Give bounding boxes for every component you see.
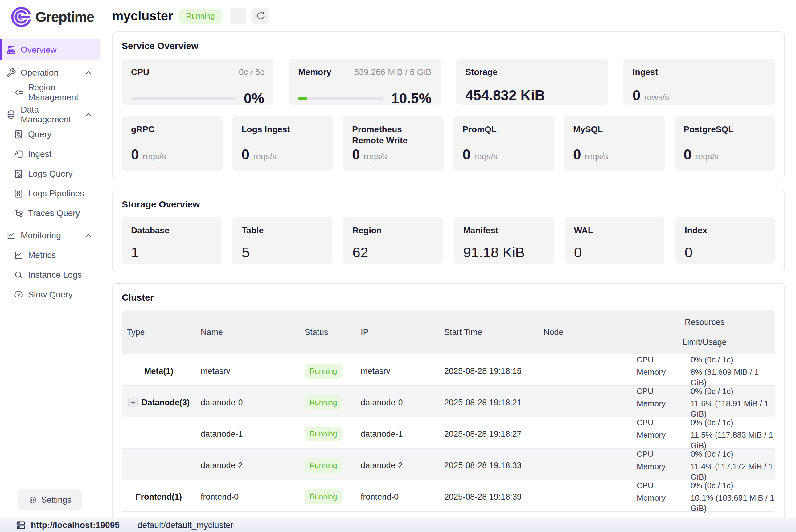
protocol-rate-cards: gRPC 0 reqs/s Logs Ingest 0 reqs/s Prome… [122,116,775,171]
row-resources: CPU 0% (0c / 1c) Memory 11.6% (118.91 Mi… [634,386,775,419]
endpoint-url: http://localhost:19095 [31,520,120,530]
row-ip: frontend-0 [356,492,439,502]
gauge-icon [14,290,23,300]
sidebar-item-query[interactable]: Query [0,125,99,144]
ingest-unit: rows/s [644,93,669,102]
storage-stat-cards: Database 1 Table 5 Region 62 Manifest 91… [122,217,775,264]
rate-value: 0 [131,146,139,163]
stat-label: Table [242,226,264,235]
logs-ingest-card: Logs Ingest 0 reqs/s [232,116,333,171]
rate-label: gRPC [131,124,213,135]
row-name: metasrv [196,366,300,376]
sidebar-item-logs-pipelines[interactable]: Logs Pipelines [0,184,99,204]
sidebar-item-label: Overview [21,45,57,55]
row-name: frontend-0 [196,492,300,502]
sidebar-item-region-management[interactable]: Region Management [0,82,99,102]
col-type: Type [122,328,196,337]
chevron-up-icon[interactable] [84,69,93,77]
sidebar-group-operation[interactable]: Operation [0,63,99,82]
refresh-button[interactable] [252,8,269,24]
memory-usage: 11.4% (117.172 MiB / 1 GiB) [690,461,775,482]
sidebar-item-traces-query[interactable]: Traces Query [0,204,99,223]
rate-value: 0 [242,146,250,163]
sidebar-item-metrics[interactable]: Metrics [0,245,99,265]
stat-value: 0 [574,244,655,261]
sidebar-group-label: Monitoring [21,231,61,241]
settings-button[interactable]: Settings [18,490,82,510]
row-resources: CPU 0% (0c / 1c) Memory 8% (81.609 MiB /… [634,355,775,388]
rate-label: MySQL [573,124,656,135]
chevron-up-icon[interactable] [84,231,93,240]
database-icon [6,110,16,119]
page-title: mycluster [112,8,173,23]
sidebar-item-slow-query[interactable]: Slow Query [0,285,99,305]
sidebar-item-instance-logs[interactable]: Instance Logs [0,265,99,285]
panel-title: Service Overview [122,40,775,52]
memory-label: Memory [637,367,690,388]
search-icon [14,270,23,280]
row-start-time: 2025-08-28 19:18:39 [439,492,538,502]
greptime-logo-icon [11,7,32,27]
memory-label: Memory [637,461,690,482]
row-start-time: 2025-08-28 19:18:21 [439,398,538,407]
row-start-time: 2025-08-28 19:18:15 [439,366,538,376]
cpu-label: CPU [131,66,149,78]
postgresql-card: PostgreSQL 0 reqs/s [675,116,775,171]
rate-unit: reqs/s [143,152,166,162]
sidebar-item-ingest[interactable]: Ingest [0,144,99,164]
status-badge: Running [305,426,342,441]
stat-value: 5 [242,244,323,261]
memory-card: Memory 539.266 MiB / 5 GiB 10.5% [289,59,440,105]
cpu-progress-bar [131,97,236,100]
row-ip: datanode-2 [356,461,439,470]
cluster-table: Type Name Status IP Start Time Node Reso… [122,310,775,512]
col-ip: IP [356,328,439,337]
current-database: default/default_mycluster [137,520,233,530]
blank-icon-button[interactable] [230,8,246,24]
storage-value: 454.832 KiB [466,87,599,103]
cpu-label: CPU [637,386,690,396]
row-start-time: 2025-08-28 19:18:27 [439,429,538,439]
row-resources: CPU 0% (0c / 1c) Memory 11.4% (117.172 M… [634,449,775,482]
status-badge: Running [305,490,342,504]
wrench-icon [6,68,16,78]
panel-title: Storage Overview [122,198,775,210]
cpu-usage: 0% (0c / 1c) [690,449,775,459]
ingest-value: 0 [632,87,641,103]
sidebar-item-label: Slow Query [28,290,73,300]
rate-value: 0 [352,146,360,163]
col-node: Node [538,328,634,337]
sidebar-item-label: Logs Pipelines [28,189,84,198]
cpu-usage: 0% (0c / 1c) [690,417,775,428]
ingest-card: Ingest 0 rows/s [623,59,775,105]
promql-card: PromQL 0 reqs/s [454,116,554,171]
row-name: datanode-0 [196,398,300,407]
tree-icon [14,208,23,218]
storage-label: Storage [466,67,497,77]
sidebar-item-overview[interactable]: Overview [0,39,99,60]
manifest-card: Manifest 91.18 KiB [454,217,554,264]
cluster-panel: Cluster Type Name Status IP Start Time N… [112,283,785,518]
sidebar-item-logs-query[interactable]: Logs Query [0,164,99,184]
grpc-card: gRPC 0 reqs/s [122,116,223,171]
rate-label: PromQL [463,124,545,135]
cluster-icon [6,45,16,55]
sidebar-group-label: Data Management [21,105,79,125]
cpu-label: CPU [637,355,690,365]
panel-title: Cluster [122,291,775,303]
sidebar-group-monitoring[interactable]: Monitoring [0,226,99,245]
sidebar-group-data-management[interactable]: Data Management [0,105,99,125]
memory-label: Memory [298,66,331,78]
memory-label: Memory [637,493,690,513]
row-resources: CPU 0% (0c / 1c) Memory 11.5% (117.883 M… [634,417,775,451]
stat-label: WAL [574,226,593,235]
brand-logo: Greptime [0,0,99,27]
sidebar-item-label: Instance Logs [28,270,82,280]
sidebar-item-label: Query [28,130,52,139]
col-name: Name [196,328,300,337]
chevron-up-icon[interactable] [84,110,93,119]
row-type: Datanode(3) [141,398,190,407]
refresh-icon [256,12,265,21]
cpu-percent: 0% [244,90,264,107]
collapse-group-button[interactable]: − [128,398,138,407]
